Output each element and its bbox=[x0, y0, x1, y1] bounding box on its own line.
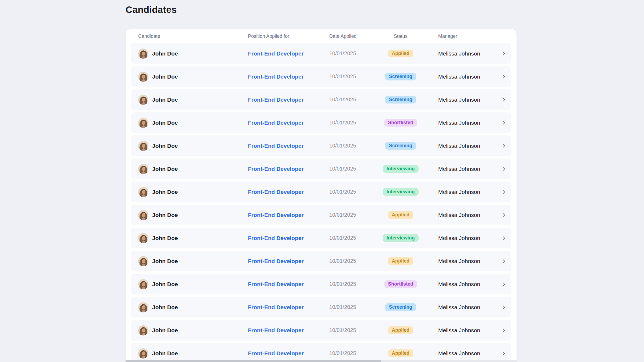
position-link[interactable]: Front-End Developer bbox=[248, 189, 304, 195]
position-cell: Front-End Developer bbox=[248, 281, 329, 287]
table-row[interactable]: John Doe Front-End Developer 10/01/2025 … bbox=[131, 205, 511, 225]
status-badge: Screening bbox=[385, 303, 416, 311]
candidate-avatar bbox=[138, 118, 148, 128]
status-cell: Screening bbox=[365, 73, 437, 81]
row-chevron[interactable] bbox=[501, 143, 507, 149]
position-cell: Front-End Developer bbox=[248, 97, 329, 103]
date-applied-cell: 10/01/2025 bbox=[329, 304, 365, 310]
table-row[interactable]: John Doe Front-End Developer 10/01/2025 … bbox=[131, 228, 511, 248]
row-chevron[interactable] bbox=[501, 212, 507, 218]
candidate-avatar bbox=[138, 72, 148, 82]
position-cell: Front-End Developer bbox=[248, 50, 329, 57]
page-title: Candidates bbox=[126, 4, 177, 15]
table-body: John Doe Front-End Developer 10/01/2025 … bbox=[131, 43, 511, 362]
chevron-right-icon bbox=[501, 120, 507, 126]
candidate-cell: John Doe bbox=[138, 72, 248, 82]
candidate-name: John Doe bbox=[152, 235, 178, 241]
status-cell: Shortlisted bbox=[365, 119, 437, 127]
position-cell: Front-End Developer bbox=[248, 120, 329, 126]
position-link[interactable]: Front-End Developer bbox=[248, 97, 304, 103]
candidate-avatar bbox=[138, 279, 148, 289]
row-chevron[interactable] bbox=[501, 120, 507, 126]
table-row[interactable]: John Doe Front-End Developer 10/01/2025 … bbox=[131, 89, 511, 110]
table-row[interactable]: John Doe Front-End Developer 10/01/2025 … bbox=[131, 320, 511, 341]
column-header-date: Date Applied bbox=[329, 34, 365, 39]
position-link[interactable]: Front-End Developer bbox=[248, 143, 304, 149]
position-link[interactable]: Front-End Developer bbox=[248, 212, 304, 218]
position-link[interactable]: Front-End Developer bbox=[248, 120, 304, 126]
position-link[interactable]: Front-End Developer bbox=[248, 304, 304, 310]
table-row[interactable]: John Doe Front-End Developer 10/01/2025 … bbox=[131, 251, 511, 271]
horizontal-scrollbar-track[interactable] bbox=[126, 360, 517, 362]
candidate-avatar bbox=[138, 95, 148, 105]
status-cell: Applied bbox=[365, 211, 437, 219]
status-cell: Screening bbox=[365, 142, 437, 150]
position-cell: Front-End Developer bbox=[248, 189, 329, 195]
horizontal-scrollbar-thumb[interactable] bbox=[126, 360, 381, 362]
position-cell: Front-End Developer bbox=[248, 327, 329, 334]
row-chevron[interactable] bbox=[501, 350, 507, 356]
candidate-name: John Doe bbox=[152, 258, 178, 264]
status-badge: Shortlisted bbox=[384, 280, 417, 288]
candidate-cell: John Doe bbox=[138, 164, 248, 174]
position-link[interactable]: Front-End Developer bbox=[248, 166, 304, 172]
row-chevron[interactable] bbox=[501, 327, 507, 333]
position-link[interactable]: Front-End Developer bbox=[248, 281, 304, 287]
table-row[interactable]: John Doe Front-End Developer 10/01/2025 … bbox=[131, 43, 511, 64]
candidate-name: John Doe bbox=[152, 143, 178, 149]
row-chevron[interactable] bbox=[501, 304, 507, 310]
status-cell: Applied bbox=[365, 326, 437, 334]
date-applied-cell: 10/01/2025 bbox=[329, 166, 365, 172]
position-cell: Front-End Developer bbox=[248, 235, 329, 241]
position-link[interactable]: Front-End Developer bbox=[248, 235, 304, 241]
candidate-name: John Doe bbox=[152, 50, 178, 57]
row-chevron[interactable] bbox=[501, 258, 507, 264]
table-row[interactable]: John Doe Front-End Developer 10/01/2025 … bbox=[131, 112, 511, 133]
row-chevron[interactable] bbox=[501, 189, 507, 195]
chevron-right-icon bbox=[501, 143, 507, 149]
column-header-manager: Manager bbox=[437, 34, 501, 39]
position-cell: Front-End Developer bbox=[248, 143, 329, 149]
position-link[interactable]: Front-End Developer bbox=[248, 350, 304, 356]
status-badge: Applied bbox=[388, 326, 413, 334]
column-header-status: Status bbox=[365, 34, 437, 39]
table-row[interactable]: John Doe Front-End Developer 10/01/2025 … bbox=[131, 343, 511, 362]
candidate-avatar bbox=[138, 302, 148, 312]
status-badge: Applied bbox=[388, 50, 413, 58]
candidate-avatar bbox=[138, 210, 148, 220]
row-chevron[interactable] bbox=[501, 281, 507, 287]
row-chevron[interactable] bbox=[501, 235, 507, 241]
table-row[interactable]: John Doe Front-End Developer 10/01/2025 … bbox=[131, 135, 511, 156]
row-chevron[interactable] bbox=[501, 74, 507, 80]
date-applied-cell: 10/01/2025 bbox=[329, 281, 365, 287]
table-row[interactable]: John Doe Front-End Developer 10/01/2025 … bbox=[131, 274, 511, 294]
position-link[interactable]: Front-End Developer bbox=[248, 50, 304, 57]
candidate-avatar bbox=[138, 141, 148, 151]
manager-cell: Melissa Johnson bbox=[437, 304, 501, 311]
chevron-right-icon bbox=[501, 281, 507, 287]
candidate-avatar bbox=[138, 256, 148, 266]
status-cell: Screening bbox=[365, 96, 437, 104]
position-link[interactable]: Front-End Developer bbox=[248, 327, 304, 333]
candidate-name: John Doe bbox=[152, 327, 178, 334]
row-chevron[interactable] bbox=[501, 97, 507, 103]
chevron-right-icon bbox=[501, 327, 507, 333]
candidate-avatar bbox=[138, 164, 148, 174]
status-badge: Interviewing bbox=[383, 234, 418, 242]
table-row[interactable]: John Doe Front-End Developer 10/01/2025 … bbox=[131, 66, 511, 87]
date-applied-cell: 10/01/2025 bbox=[329, 235, 365, 241]
chevron-right-icon bbox=[501, 350, 507, 356]
date-applied-cell: 10/01/2025 bbox=[329, 97, 365, 103]
chevron-right-icon bbox=[501, 304, 507, 310]
table-row[interactable]: John Doe Front-End Developer 10/01/2025 … bbox=[131, 297, 511, 317]
column-header-candidate: Candidate bbox=[138, 34, 248, 39]
table-row[interactable]: John Doe Front-End Developer 10/01/2025 … bbox=[131, 182, 511, 202]
position-cell: Front-End Developer bbox=[248, 304, 329, 311]
table-row[interactable]: John Doe Front-End Developer 10/01/2025 … bbox=[131, 158, 511, 179]
manager-cell: Melissa Johnson bbox=[437, 235, 501, 241]
position-link[interactable]: Front-End Developer bbox=[248, 258, 304, 264]
row-chevron[interactable] bbox=[501, 51, 507, 57]
position-link[interactable]: Front-End Developer bbox=[248, 73, 304, 80]
row-chevron[interactable] bbox=[501, 166, 507, 172]
chevron-right-icon bbox=[501, 235, 507, 241]
